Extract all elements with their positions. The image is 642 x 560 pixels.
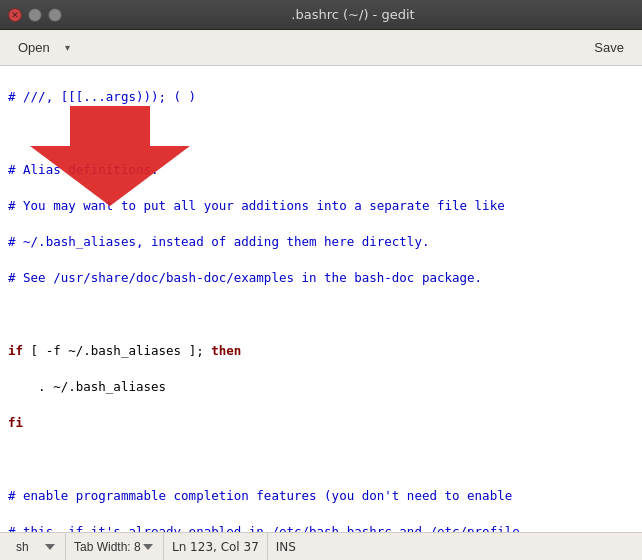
code-line: # See /usr/share/doc/bash-doc/examples i… [8,269,634,287]
language-selector[interactable]: sh bash [16,540,57,554]
tab-width-item: Tab Width: 8 Tab Width: 4 Tab Width: 2 [66,533,164,560]
code-line [8,306,634,324]
close-button[interactable]: ✕ [8,8,22,22]
cursor-position-item: Ln 123, Col 37 [164,533,268,560]
titlebar: ✕ .bashrc (~/) - gedit [0,0,642,30]
window-controls: ✕ [8,8,62,22]
code-line [8,451,634,469]
code-line: fi [8,414,634,432]
maximize-button[interactable] [48,8,62,22]
save-button[interactable]: Save [584,36,634,59]
code-line [8,124,634,142]
open-button[interactable]: Open [8,36,60,59]
insert-mode: INS [276,540,296,554]
code-line: . ~/.bash_aliases [8,378,634,396]
window-title: .bashrc (~/) - gedit [72,7,634,22]
code-line: # ~/.bash_aliases, instead of adding the… [8,233,634,251]
toolbar: Open ▾ Save [0,30,642,66]
editor-area[interactable]: # ///, [[[...args))); ( ) # Alias defini… [0,66,642,532]
statusbar: sh bash Tab Width: 8 Tab Width: 4 Tab Wi… [0,532,642,560]
code-line: # enable programmable completion feature… [8,487,634,505]
tab-width-selector[interactable]: Tab Width: 8 Tab Width: 4 Tab Width: 2 [74,540,155,554]
code-line: # You may want to put all your additions… [8,197,634,215]
insert-mode-item: INS [268,533,304,560]
code-area[interactable]: # ///, [[[...args))); ( ) # Alias defini… [0,70,642,532]
language-selector-item: sh bash [8,533,66,560]
open-button-group: Open ▾ [8,36,76,60]
code-line: # Alias definitions. [8,161,634,179]
open-dropdown-arrow[interactable]: ▾ [60,36,76,60]
code-line: if [ -f ~/.bash_aliases ]; then [8,342,634,360]
cursor-position: Ln 123, Col 37 [172,540,259,554]
code-line: # ///, [[[...args))); ( ) [8,88,634,106]
code-line: # this, if it's already enabled in /etc/… [8,523,634,532]
minimize-button[interactable] [28,8,42,22]
